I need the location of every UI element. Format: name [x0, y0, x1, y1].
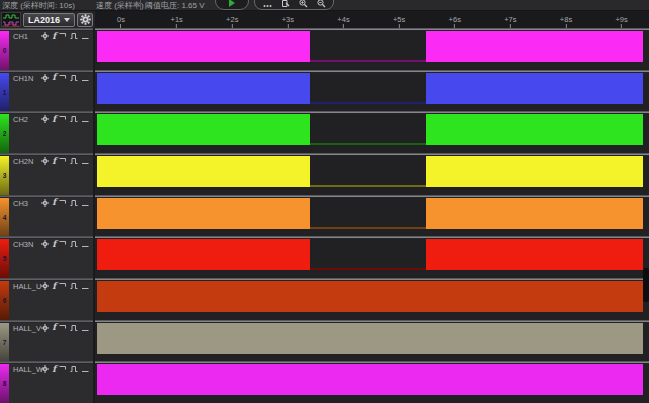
waveform-segment-low [310, 227, 426, 229]
waveform-segment-low [310, 185, 426, 187]
vertical-scrollbar-thumb[interactable] [643, 268, 649, 302]
pulse-edge-icon[interactable] [70, 199, 78, 207]
high-level-icon[interactable] [59, 199, 67, 207]
waveform-segment-low [310, 60, 426, 62]
gear-icon[interactable] [41, 365, 49, 373]
zoom-in-icon[interactable] [299, 0, 308, 8]
channel-index-label: 3 [3, 172, 7, 179]
low-level-icon[interactable] [81, 282, 89, 290]
low-level-icon[interactable] [81, 115, 89, 123]
waveform-plot[interactable] [95, 320, 649, 362]
start-capture-button[interactable] [215, 0, 249, 10]
channel-header[interactable]: 8 HALL_W f [0, 361, 95, 403]
pulse-edge-icon[interactable] [70, 365, 78, 373]
device-settings-button[interactable] [77, 13, 93, 27]
trigger-f-icon[interactable]: f [52, 73, 56, 82]
high-level-icon[interactable] [59, 32, 67, 40]
waveform-segment-high [97, 281, 643, 312]
waveform-plot[interactable] [95, 361, 649, 403]
gear-icon[interactable] [41, 74, 49, 82]
sample-depth-label: 深度 (采样时间: 10s) [2, 0, 75, 11]
sample-rate-label: 速度 (采样率) [96, 0, 144, 11]
timeline-ruler[interactable]: 0s+1s+2s+3s+4s+5s+6s+7s+8s+9s [95, 11, 649, 28]
gear-icon[interactable] [41, 324, 49, 332]
channel-color-strip: 2 [0, 114, 9, 153]
waveform-plot[interactable] [95, 111, 649, 153]
high-level-icon[interactable] [59, 115, 67, 123]
gear-icon[interactable] [41, 115, 49, 123]
more-options-icon[interactable] [263, 0, 272, 8]
trigger-f-icon[interactable]: f [52, 282, 56, 291]
channel-name-label: CH1N [13, 74, 33, 83]
waveform-plot[interactable] [95, 195, 649, 237]
low-level-icon[interactable] [81, 32, 89, 40]
pulse-edge-icon[interactable] [70, 324, 78, 332]
channel-toolbar: f [41, 73, 89, 83]
low-level-icon[interactable] [81, 157, 89, 165]
channel-row: 6 HALL_U f [0, 278, 649, 320]
waveform-plot[interactable] [95, 153, 649, 195]
channel-header[interactable]: 1 CH1N f [0, 70, 95, 112]
pulse-edge-icon[interactable] [70, 282, 78, 290]
channel-index-label: 2 [3, 130, 7, 137]
trigger-f-icon[interactable]: f [52, 198, 56, 207]
channel-header[interactable]: 5 CH3N f [0, 236, 95, 278]
pulse-edge-icon[interactable] [70, 74, 78, 82]
high-level-icon[interactable] [59, 324, 67, 332]
high-level-icon[interactable] [59, 240, 67, 248]
pulse-edge-icon[interactable] [70, 157, 78, 165]
channel-index-label: 0 [3, 47, 7, 54]
waveform-plot[interactable] [95, 70, 649, 112]
channel-toolbar: f [41, 114, 89, 124]
trigger-f-icon[interactable]: f [52, 365, 56, 374]
low-level-icon[interactable] [81, 74, 89, 82]
trigger-f-icon[interactable]: f [52, 240, 56, 249]
low-level-icon[interactable] [81, 365, 89, 373]
trigger-f-icon[interactable]: f [52, 323, 56, 332]
channel-header[interactable]: 7 HALL_V f [0, 320, 95, 362]
logic-analyzer-app: 深度 (采样时间: 10s) 速度 (采样率) 阈值电压: 1.65 V [0, 0, 649, 403]
channel-row: 5 CH3N f [0, 236, 649, 278]
channel-index-label: 5 [3, 255, 7, 262]
gear-icon[interactable] [41, 240, 49, 248]
trigger-f-icon[interactable]: f [52, 115, 56, 124]
high-level-icon[interactable] [59, 157, 67, 165]
pulse-edge-icon[interactable] [70, 32, 78, 40]
trigger-f-icon[interactable]: f [52, 157, 56, 166]
waveform-plot[interactable] [95, 28, 649, 70]
waveform-plot[interactable] [95, 278, 649, 320]
low-level-icon[interactable] [81, 199, 89, 207]
gear-icon[interactable] [41, 199, 49, 207]
low-level-icon[interactable] [81, 324, 89, 332]
waveform-segment-high [426, 156, 643, 187]
gear-icon[interactable] [41, 157, 49, 165]
ruler-header: LA2016 0s+1s+2s+3s+ [0, 11, 649, 28]
pulse-edge-icon[interactable] [70, 240, 78, 248]
device-selector-button[interactable]: LA2016 [23, 13, 75, 27]
pulse-edge-icon[interactable] [70, 115, 78, 123]
channel-row: 0 CH1 f [0, 28, 649, 70]
gear-icon[interactable] [41, 282, 49, 290]
channel-header[interactable]: 6 HALL_U f [0, 278, 95, 320]
export-icon[interactable] [281, 0, 290, 8]
waveform-segment-high [426, 198, 643, 229]
trigger-f-icon[interactable]: f [52, 32, 56, 41]
high-level-icon[interactable] [59, 74, 67, 82]
zoom-out-icon[interactable] [317, 0, 326, 8]
app-logo-icon [1, 12, 21, 27]
chevron-down-icon [64, 18, 70, 22]
channel-header[interactable]: 4 CH3 f [0, 195, 95, 237]
high-level-icon[interactable] [59, 365, 67, 373]
waveform-plot[interactable] [95, 236, 649, 278]
channel-row: 1 CH1N f [0, 70, 649, 112]
device-name-label: LA2016 [28, 15, 60, 25]
channel-header[interactable]: 3 CH2N f [0, 153, 95, 195]
low-level-icon[interactable] [81, 240, 89, 248]
channel-header[interactable]: 2 CH2 f [0, 111, 95, 153]
timeline-tick: +6s [449, 16, 461, 28]
channel-toolbar: f [41, 156, 89, 166]
waveform-segment-low [310, 102, 426, 104]
gear-icon[interactable] [41, 32, 49, 40]
high-level-icon[interactable] [59, 282, 67, 290]
channel-header[interactable]: 0 CH1 f [0, 28, 95, 70]
